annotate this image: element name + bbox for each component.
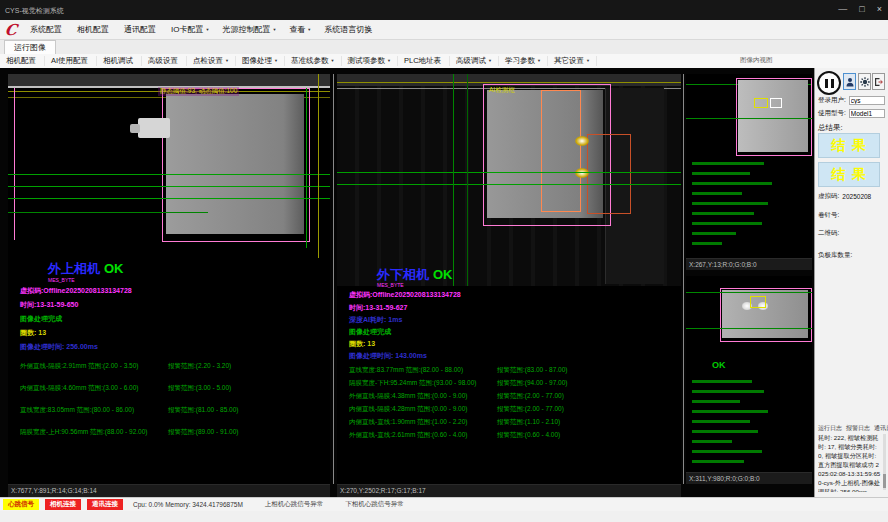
toolbar-advanced-debug[interactable]: 高级调试▼ xyxy=(450,56,499,66)
statusbar: 心跳信号 相机连接 通讯连接 Cpu: 0.0% Memory: 3424.41… xyxy=(0,497,888,511)
logout-icon xyxy=(874,77,884,87)
camera-view-small-bottom[interactable]: OK xyxy=(686,276,812,472)
measure-row: 外侧直线-隔膜:2.91mm 范围:(2.00 - 3.50)报警范围:(2.2… xyxy=(8,362,330,372)
proc-time-line: 图像处理时间: 256.00ms xyxy=(20,342,98,352)
menu-item-view[interactable]: 查看▼ xyxy=(289,24,311,35)
ok-status: OK xyxy=(712,360,726,370)
maximize-icon[interactable]: □ xyxy=(859,4,864,14)
measure-row: 外侧直线-直线:2.61mm 范围:(0.60 - 4.00)报警范围:(0.6… xyxy=(337,431,681,441)
measure-row: 直线宽度:83.77mm 范围:(82.00 - 88.00)报警范围:(83.… xyxy=(337,366,681,376)
ai-roi-rectangle-2 xyxy=(587,134,631,214)
menu-item-system-config[interactable]: 系统配置 xyxy=(30,24,64,35)
proc-time-line: 图像处理时间: 143.00ms xyxy=(349,351,427,361)
total-result-label: 总结果: xyxy=(818,123,843,133)
pause-icon xyxy=(831,79,834,88)
ai-detect-label: AI检测框 xyxy=(489,86,515,95)
pixel-coordinate-readout: X:7677,Y:891;R:14;G:14;B:14 xyxy=(8,484,330,497)
measure-row: 直线宽度:83.05mm 范围:(80.00 - 86.00)报警范围:(81.… xyxy=(8,406,330,416)
pixel-coordinate-readout: X:267,Y:13;R:0;G:0;B:0 xyxy=(686,258,812,270)
count-line: 圈数: 13 xyxy=(349,339,375,349)
pause-icon xyxy=(825,79,828,88)
toolbar-camera-config[interactable]: 相机配置 xyxy=(0,56,45,66)
heartbeat-status-badge: 心跳信号 xyxy=(3,499,39,510)
measure-row: 隔膜宽度-上H:90.56mm 范围:(88.00 - 92.00)报警范围:(… xyxy=(8,428,330,438)
toolbar-test-params[interactable]: 测试项参数▼ xyxy=(342,56,398,66)
ai-roi-rectangle xyxy=(541,90,581,212)
ai-time-line: 深度AI耗时: 1ms xyxy=(349,315,402,325)
view-divider-2 xyxy=(683,74,684,484)
pause-button[interactable] xyxy=(817,71,841,95)
ok-status: OK xyxy=(104,261,124,276)
toolbar-advanced-settings[interactable]: 高级设置 xyxy=(142,56,187,66)
window-title: CYS-视觉检测系统 xyxy=(5,6,64,16)
done-line: 图像处理完成 xyxy=(349,327,391,337)
camera-view-upper-outer[interactable]: 静态阈值:93, 动态阈值:100 外上相机OK MES_BYTE 虚拟码:Of… xyxy=(8,74,330,484)
pixel-coordinate-readout: X:311,Y:980;R:0;G:0;B:0 xyxy=(686,472,812,484)
menu-item-language-switch[interactable]: 系统语言切换 xyxy=(324,24,374,35)
application-window: CYS-视觉检测系统 — □ × C 系统配置 相机配置 通讯配置 IO卡配置▼… xyxy=(0,0,888,522)
titlebar: CYS-视觉检测系统 — □ × xyxy=(0,0,888,20)
toolbar-baseline-params[interactable]: 基准线参数▼ xyxy=(285,56,341,66)
log-text: 耗时: 222, 褶皱检测耗时: 17, 褶皱分类耗时: 0, 褶皱提取分区耗时… xyxy=(818,434,881,492)
roi-rectangle xyxy=(162,88,310,242)
app-logo-icon: C xyxy=(4,23,18,37)
anode-count-row: 负极库数量: xyxy=(818,251,855,260)
threshold-label: 静态阈值:93, 动态阈值:100 xyxy=(158,87,239,96)
model-input[interactable] xyxy=(849,109,885,118)
barcode-line: 虚拟码:Offline20250208133134728 xyxy=(349,290,461,300)
measure-row: 内侧直线-隔膜:4.28mm 范围:(0.00 - 9.00)报警范围:(2.0… xyxy=(337,405,681,415)
logout-button[interactable] xyxy=(872,73,885,90)
view-divider-1 xyxy=(333,74,334,484)
log-scrollbar[interactable] xyxy=(883,434,886,490)
tab-run-log[interactable]: 运行日志 xyxy=(818,424,842,433)
minimize-icon[interactable]: — xyxy=(838,4,847,14)
toolbar-ai-usage-config[interactable]: AI使用配置 xyxy=(45,56,97,66)
toolbar-image-processing[interactable]: 图像处理▼ xyxy=(236,56,285,66)
tabbar: 运行图像 xyxy=(0,40,888,55)
measure-row: 内侧直线-隔膜:4.60mm 范围:(3.00 - 6.00)报警范围:(3.0… xyxy=(8,384,330,394)
user-button[interactable] xyxy=(843,73,856,90)
window-controls: — □ × xyxy=(838,4,882,14)
model-label: 使用型号: xyxy=(818,109,846,118)
login-user-input[interactable] xyxy=(849,96,885,105)
menu-item-camera-config[interactable]: 相机配置 xyxy=(77,24,111,35)
toolbar-other-settings[interactable]: 其它设置▼ xyxy=(548,56,597,66)
tab-alarm-log[interactable]: 报警日志 xyxy=(846,424,870,433)
toolbar-camera-debug[interactable]: 相机调试 xyxy=(97,56,142,66)
menu-item-io-config[interactable]: IO卡配置▼ xyxy=(171,24,209,35)
barcode-line: 虚拟码:Offline20250208133134728 xyxy=(20,286,132,296)
scrollbar-thumb[interactable] xyxy=(883,474,886,488)
inner-view-label: 图像内视图 xyxy=(740,56,773,65)
menu-item-comm-config[interactable]: 通讯配置 xyxy=(124,24,158,35)
mes-label: MES_BYTE xyxy=(48,277,75,283)
comm-connection-badge: 通讯连接 xyxy=(87,499,123,510)
time-line: 时间:13-31-59-627 xyxy=(349,303,407,313)
measure-row: 外侧直线-隔膜:4.38mm 范围:(0.00 - 9.00)报警范围:(2.0… xyxy=(337,392,681,402)
virtual-code-row: 虚拟码: 20250208 xyxy=(818,192,871,201)
tab-comm-log[interactable]: 通讯日志 xyxy=(874,424,888,433)
close-icon[interactable]: × xyxy=(877,4,882,14)
toolbar-plc-address[interactable]: PLC地址表 xyxy=(398,56,450,66)
measure-row: 内侧直线-直线:1.90mm 范围:(1.00 - 2.20)报警范围:(1.1… xyxy=(337,418,681,428)
measure-row: 隔膜宽度-下H:95.24mm 范围:(93.00 - 98.00)报警范围:(… xyxy=(337,379,681,389)
done-line: 图像处理完成 xyxy=(20,314,62,324)
camera-view-lower-outer[interactable]: AI检测框 外下相机OK MES_BYTE 虚拟码:Offline2025020… xyxy=(337,74,681,484)
ok-status: OK xyxy=(433,267,453,282)
count-line: 圈数: 13 xyxy=(20,328,46,338)
menu-item-light-config[interactable]: 光源控制配置▼ xyxy=(222,24,276,35)
tab-run-image[interactable]: 运行图像 xyxy=(4,40,56,54)
result-box-1: 结果 xyxy=(818,133,880,158)
qr-code-row: 二维码: xyxy=(818,229,842,238)
gear-icon xyxy=(860,77,870,87)
login-user-row: 登录用户: xyxy=(818,96,885,105)
window-bottom-edge xyxy=(0,511,888,522)
toolbar-learning-params[interactable]: 学习参数▼ xyxy=(499,56,548,66)
toolbar-spot-check[interactable]: 点检设置▼ xyxy=(187,56,236,66)
camera-title: 外上相机OK xyxy=(48,260,124,278)
toolbar: 相机配置 AI使用配置 相机调试 高级设置 点检设置▼ 图像处理▼ 基准线参数▼… xyxy=(0,54,888,69)
model-row: 使用型号: xyxy=(818,109,885,118)
menubar: C 系统配置 相机配置 通讯配置 IO卡配置▼ 光源控制配置▼ 查看▼ 系统语言… xyxy=(0,20,888,40)
camera-view-small-top[interactable] xyxy=(686,74,812,258)
settings-button[interactable] xyxy=(858,73,871,90)
result-box-2: 结果 xyxy=(818,162,880,187)
